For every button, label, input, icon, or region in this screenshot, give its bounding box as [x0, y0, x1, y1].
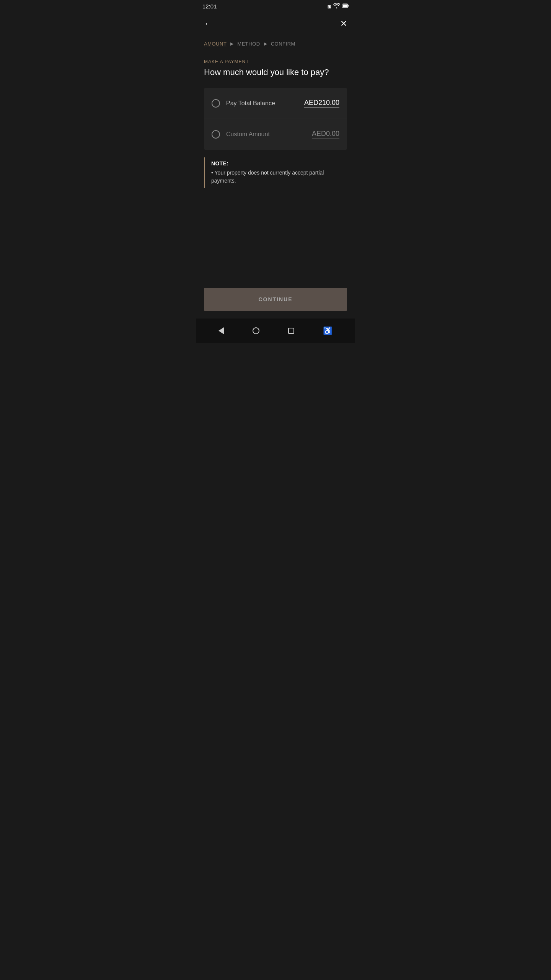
total-balance-label: Pay Total Balance [226, 100, 275, 107]
section-label: MAKE A PAYMENT [204, 59, 347, 64]
wifi-icon [333, 3, 340, 10]
progress-steps: AMOUNT ▶ METHOD ▶ CONFIRM [196, 35, 355, 53]
continue-button-container: CONTINUE [196, 282, 355, 318]
android-nav-bar: ♿ [196, 318, 355, 343]
chevron-icon-1: ▶ [230, 41, 233, 46]
step-amount[interactable]: AMOUNT [204, 41, 227, 47]
back-arrow-icon: ← [204, 19, 212, 29]
content-area: MAKE A PAYMENT How much would you like t… [196, 53, 355, 282]
android-home-button[interactable] [249, 324, 262, 337]
custom-amount-radio[interactable] [212, 130, 220, 139]
android-back-button[interactable] [215, 324, 227, 337]
close-button[interactable]: ✕ [339, 17, 349, 30]
note-text: • Your property does not currently accep… [211, 169, 347, 185]
custom-amount-option[interactable]: Custom Amount AED0.00 [204, 119, 347, 150]
chevron-icon-2: ▶ [264, 41, 267, 46]
battery-icon [342, 3, 349, 10]
step-method[interactable]: METHOD [237, 41, 260, 47]
close-icon: ✕ [340, 19, 347, 29]
accessibility-icon: ♿ [323, 326, 333, 335]
continue-button[interactable]: CONTINUE [204, 288, 347, 311]
note-section: NOTE: • Your property does not currently… [204, 157, 347, 188]
total-balance-radio[interactable] [212, 99, 220, 108]
total-balance-amount: AED210.00 [304, 99, 339, 108]
svg-rect-2 [348, 5, 349, 7]
note-title: NOTE: [211, 160, 347, 167]
back-triangle-icon [218, 327, 224, 334]
android-recents-button[interactable] [285, 325, 297, 337]
home-circle-icon [253, 327, 259, 334]
status-icons: ◙ [328, 3, 349, 10]
svg-rect-1 [343, 4, 347, 7]
custom-amount-label: Custom Amount [226, 131, 270, 138]
payment-options-card: Pay Total Balance AED210.00 Custom Amoun… [204, 88, 347, 150]
android-accessibility-button[interactable]: ♿ [320, 323, 336, 338]
section-title: How much would you like to pay? [204, 67, 347, 77]
top-navigation: ← ✕ [196, 13, 355, 35]
note-border-accent [204, 157, 205, 188]
back-button[interactable]: ← [202, 17, 214, 30]
step-confirm[interactable]: CONFIRM [271, 41, 295, 47]
recents-square-icon [288, 328, 294, 334]
at-icon: ◙ [328, 3, 331, 10]
custom-amount-value: AED0.00 [312, 130, 339, 139]
pay-total-balance-option[interactable]: Pay Total Balance AED210.00 [204, 88, 347, 119]
status-time: 12:01 [202, 3, 217, 10]
status-bar: 12:01 ◙ [196, 0, 355, 13]
